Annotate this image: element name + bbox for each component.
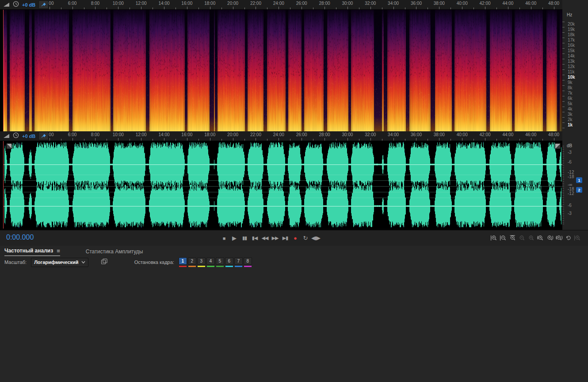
scale-label: Масштаб:	[4, 260, 27, 265]
timeline-tick	[359, 139, 359, 141]
timeline-tick	[302, 7, 302, 9]
zoom-selection-width-button[interactable]	[555, 234, 563, 242]
timeline-label: 24:00	[269, 132, 288, 137]
timeline-label: 46:00	[521, 132, 541, 137]
timeline-tick	[176, 139, 176, 141]
timeline-tick	[382, 139, 382, 141]
timeline-tick	[244, 139, 245, 141]
history-revert-button[interactable]	[564, 234, 573, 242]
channel-1-badge[interactable]: 1	[576, 177, 582, 183]
play-button[interactable]: ▶	[230, 234, 239, 242]
skip-playhead-button[interactable]: ◀▮▶	[311, 234, 320, 242]
timeline-label: 26:00	[292, 132, 311, 137]
skip-to-end-button[interactable]: ▶▮	[281, 234, 290, 242]
amplitude-tick-label: -6	[568, 160, 572, 164]
timeline-tick	[73, 7, 73, 9]
zoom-in-vertical-button[interactable]	[490, 234, 498, 242]
frame-hold-button-8[interactable]: 8	[244, 257, 252, 265]
timeline-tick	[439, 7, 439, 9]
loop-playback-button[interactable]: ↻	[301, 234, 310, 242]
zoom-amplitude-button[interactable]	[527, 234, 535, 242]
clock-icon[interactable]	[13, 1, 19, 9]
zoom-out-full-button[interactable]	[518, 234, 526, 242]
frame-hold-button-3[interactable]: 3	[197, 257, 206, 265]
waveform-display[interactable]	[4, 141, 562, 229]
timeline-tick	[531, 7, 531, 9]
zoom-in-point-button[interactable]	[536, 234, 545, 242]
fade-in-handle[interactable]	[6, 143, 12, 149]
frame-hold-button-1[interactable]: 1	[179, 257, 187, 265]
timeline-tick	[313, 139, 313, 141]
timeline-tick	[313, 8, 313, 9]
skip-to-start-button[interactable]: ▮◀	[250, 234, 259, 242]
copy-frames-icon[interactable]	[101, 258, 108, 267]
frame-hold-button-6[interactable]: 6	[225, 257, 233, 265]
zoom-out-point-button[interactable]	[546, 234, 554, 242]
fade-ramp-icon[interactable]	[3, 1, 10, 9]
scale-dropdown[interactable]: Логарифмический	[31, 258, 88, 267]
rewind-button[interactable]: ◀◀	[260, 234, 269, 242]
channel-2-badge[interactable]: 2	[576, 187, 582, 193]
spectrogram-display[interactable]	[4, 10, 562, 131]
timeline-tick	[199, 8, 199, 9]
gain-value[interactable]: +0 dB	[22, 134, 35, 139]
record-button[interactable]: ●	[291, 234, 300, 242]
clock-icon[interactable]	[13, 132, 19, 140]
playhead-line[interactable]	[3, 10, 4, 131]
stop-button[interactable]: ■	[220, 234, 229, 242]
timeline-tick	[508, 7, 508, 9]
timeline-tick	[508, 138, 508, 141]
timeline-tick	[439, 138, 439, 141]
zoom-out-vertical-button[interactable]	[499, 234, 508, 242]
fast-forward-button[interactable]: ▶▶	[271, 234, 279, 242]
spectrogram-timeline-ruler[interactable]: 4:006:008:0010:0012:0014:0016:0018:0020:…	[0, 0, 562, 10]
frame-hold-color-swatch	[225, 266, 233, 267]
timeline-tick	[451, 139, 451, 141]
timeline-tick	[336, 8, 336, 9]
fade-ramp-icon[interactable]	[3, 132, 10, 140]
pause-button[interactable]: ▮▮	[240, 234, 249, 242]
transport-buttons: ■▶▮▮▮◀◀◀▶▶▶▮●↻◀▮▶	[220, 234, 320, 242]
timeline-tick	[199, 139, 199, 141]
timeline-tick	[325, 7, 325, 9]
timeline-label: 32:00	[361, 1, 380, 6]
timeline-label: 12:00	[131, 132, 151, 137]
zoom-to-selection-button[interactable]	[508, 234, 517, 242]
frame-hold-button-2[interactable]: 2	[188, 257, 196, 265]
frame-hold-color-swatch	[235, 266, 242, 267]
timeline-label: 44:00	[498, 1, 518, 6]
panel-tabs: Частотный анализ ≡ Статистика Амплитуды	[4, 248, 143, 256]
timeline-tick	[141, 138, 141, 141]
frame-hold-7: 7	[234, 257, 243, 267]
gain-value[interactable]: +0 dB	[22, 2, 35, 8]
playhead-time-display[interactable]: 0:00.000	[6, 233, 34, 241]
timeline-tick	[359, 8, 359, 9]
timeline-tick	[130, 8, 130, 9]
amplitude-tick-label: -12	[568, 191, 574, 196]
timeline-label: 22:00	[246, 1, 265, 6]
fade-out-handle[interactable]	[555, 143, 561, 149]
chevron-down-icon	[81, 261, 85, 264]
timeline-tick	[95, 138, 95, 141]
zoom-reset-button[interactable]	[573, 234, 582, 242]
timeline-tick	[130, 139, 130, 141]
spectrogram-header-controls: +0 dB	[0, 0, 49, 9]
tab-frequency-analysis[interactable]: Частотный анализ ≡	[4, 248, 60, 256]
pin-button[interactable]	[38, 0, 49, 9]
waveform-timeline-ruler[interactable]: 4:006:008:0010:0012:0014:0016:0018:0020:…	[0, 131, 562, 141]
pin-button[interactable]	[38, 132, 49, 140]
playhead-line[interactable]	[3, 141, 4, 229]
timeline-label: 30:00	[338, 1, 357, 6]
frame-hold-button-5[interactable]: 5	[216, 257, 224, 265]
timeline-label: 16:00	[177, 1, 197, 6]
timeline-tick	[290, 8, 290, 9]
timeline-tick	[244, 8, 245, 9]
timeline-tick	[95, 7, 95, 9]
frame-hold-button-7[interactable]: 7	[234, 257, 243, 265]
tab-amplitude-statistics[interactable]: Статистика Амплитуды	[86, 248, 143, 255]
timeline-label: 46:00	[521, 1, 541, 6]
timeline-label: 12:00	[131, 1, 151, 6]
frame-hold-button-4[interactable]: 4	[206, 257, 215, 265]
timeline-tick	[61, 8, 61, 9]
panel-menu-icon[interactable]: ≡	[57, 248, 60, 254]
